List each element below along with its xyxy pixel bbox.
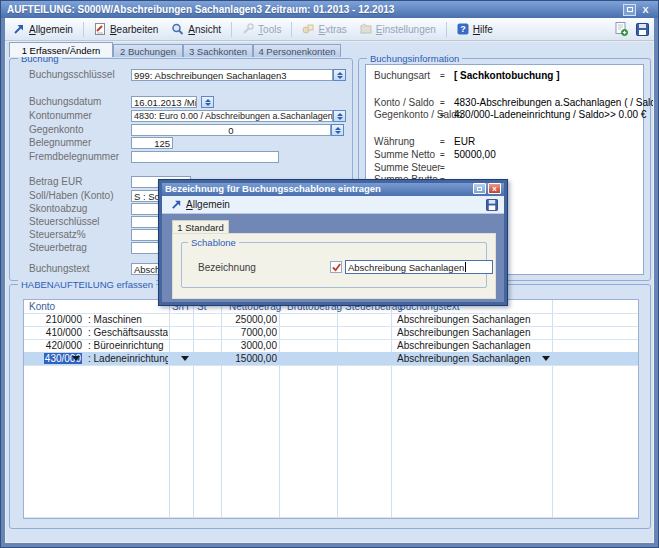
- info-row: Summe Netto=50000,00: [366, 149, 643, 161]
- settings-icon: [360, 23, 372, 35]
- menu-bearbeiten[interactable]: Bearbeiten: [91, 21, 161, 37]
- steuerbetrag-label: Steuerbetrag: [29, 242, 87, 253]
- info-value: 4830-Abschreibungen a.Sachanlagen ( / Sa…: [454, 97, 659, 108]
- info-value: EUR: [454, 136, 475, 147]
- tab-erfassen-aendern[interactable]: 1 Erfassen/Ändern: [9, 42, 113, 57]
- restore-window-button[interactable]: [623, 4, 636, 16]
- info-label: Summe Netto: [374, 149, 435, 160]
- table-row[interactable]: 210/000: Maschinen25000,00Abschreibungen…: [24, 313, 639, 326]
- steuerschluessel-label: Steuerschlüssel: [29, 216, 100, 227]
- wrench-icon: [242, 23, 254, 35]
- menu-toolbar: Allgemein Bearbeiten Ansicht Tools Extra…: [2, 18, 657, 41]
- menu-extras: Extras: [299, 21, 349, 37]
- window-title: AUFTEILUNG: S000W/Abschreibungen Sachanl…: [7, 4, 620, 15]
- fremdbelegnummer-label: Fremdbelegnummer: [29, 151, 119, 162]
- restore-icon: [627, 7, 633, 12]
- bezeichnung-cell: : Büroeinrichtung: [88, 340, 168, 351]
- menu-allgemein[interactable]: Allgemein: [10, 21, 76, 37]
- extras-icon: [302, 23, 314, 35]
- netto-cell: 3000,00: [221, 340, 277, 351]
- spin-up-icon: [335, 127, 341, 130]
- info-label: Buchungsart: [374, 70, 430, 81]
- svg-text:?: ?: [460, 24, 466, 34]
- info-row: Währung=EUR: [366, 136, 643, 148]
- gegenkonto-combo[interactable]: 0: [131, 124, 331, 136]
- dropdown-arrow-icon[interactable]: [72, 356, 80, 361]
- betrag-eur-label: Betrag EUR: [29, 176, 82, 187]
- dropdown-arrow-icon[interactable]: [181, 356, 189, 361]
- toolbar-separator: [83, 22, 84, 37]
- dialog-close-button[interactable]: x: [488, 183, 501, 194]
- dialog-save-button[interactable]: [486, 199, 498, 211]
- title-bar[interactable]: AUFTEILUNG: S000W/Abschreibungen Sachanl…: [1, 1, 658, 18]
- equals-bullet-icon: =: [440, 163, 445, 172]
- schablone-group-title: Schablone: [188, 237, 239, 248]
- grid-line: [24, 365, 638, 366]
- skontoabzug-label: Skontoabzug: [29, 203, 87, 214]
- netto-cell: 7000,00: [221, 327, 277, 338]
- bezeichnung-label: Bezeichnung: [198, 262, 256, 273]
- text-caret: [465, 262, 466, 272]
- dropdown-arrow-icon[interactable]: [542, 356, 550, 361]
- buchungstext-cell: Abschreibungen Sachanlagen: [397, 314, 547, 325]
- aufteilung-table[interactable]: KontoS/HStNettobetragBruttobetragSteuerb…: [23, 299, 639, 519]
- dialog-tab-standard[interactable]: 1 Standard: [172, 220, 229, 233]
- edit-icon: [94, 23, 106, 35]
- buchungsschluessel-combo[interactable]: 999: Abschreibungen Sachanlagen3: [131, 69, 333, 81]
- window-frame: [654, 18, 658, 547]
- tab-sachkonten[interactable]: 3 Sachkonten: [183, 44, 253, 57]
- tab-personenkonten[interactable]: 4 Personenkonten: [253, 44, 341, 57]
- tab-buchungen[interactable]: 2 Buchungen: [113, 44, 183, 57]
- equals-bullet-icon: =: [440, 98, 445, 107]
- menu-ansicht[interactable]: Ansicht: [168, 21, 224, 37]
- close-window-button[interactable]: X: [639, 4, 652, 16]
- belegnummer-input[interactable]: 125: [131, 137, 173, 149]
- bezeichnung-cell: : Maschinen: [88, 314, 168, 325]
- spin-down-icon: [337, 117, 343, 120]
- konto-cell: 420/000: [32, 340, 82, 351]
- window-frame: [1, 18, 5, 547]
- buchungsdatum-input[interactable]: 16.01.2013 /Mi: [131, 96, 197, 108]
- buchungsinformation-group-title: Buchungsinformation: [367, 53, 462, 64]
- dialog-menu-allgemein[interactable]: Allgemein: [168, 197, 233, 212]
- info-label: Gegenkonto / Saldo: [374, 109, 462, 120]
- new-document-button[interactable]: [614, 22, 628, 36]
- buchungsschluessel-spinner[interactable]: [333, 69, 346, 81]
- table-row[interactable]: 420/000: Büroeinrichtung3000,00Abschreib…: [24, 339, 639, 352]
- app-window: AUFTEILUNG: S000W/Abschreibungen Sachanl…: [0, 0, 659, 548]
- column-header[interactable]: Konto: [29, 301, 55, 312]
- edit-check-icon[interactable]: [330, 261, 342, 273]
- gegenkonto-spinner[interactable]: [331, 124, 344, 136]
- info-row: Gegenkonto / Saldo=430/000-Ladeneinricht…: [366, 109, 643, 121]
- arrow-ne-icon: [171, 199, 182, 210]
- belegnummer-label: Belegnummer: [29, 137, 91, 148]
- menu-hilfe[interactable]: ? Hilfe: [454, 21, 496, 37]
- gegenkonto-label: Gegenkonto: [29, 124, 84, 135]
- kontonummer-spinner[interactable]: [333, 110, 346, 122]
- info-row: Konto / Saldo=4830-Abschreibungen a.Sach…: [366, 97, 643, 109]
- table-row[interactable]: 430/000: Ladeneinrichtung15000,00Abschre…: [24, 352, 639, 365]
- save-button[interactable]: [636, 23, 649, 36]
- toolbar-separator: [291, 22, 292, 37]
- spin-up-icon: [205, 99, 211, 102]
- dialog-toolbar: Allgemein: [162, 196, 504, 214]
- equals-bullet-icon: =: [440, 150, 445, 159]
- kontonummer-combo[interactable]: 4830: Euro 0.00 / Abschreibungen a.Sacha…: [131, 110, 333, 122]
- bezeichnung-cell: : Ladeneinrichtung: [88, 353, 168, 364]
- bezeichnung-input[interactable]: Abschreibung Sachanlagen: [345, 260, 493, 274]
- buchungstext-cell: Abschreibungen Sachanlagen: [397, 340, 547, 351]
- dialog-restore-button[interactable]: [473, 183, 486, 194]
- restore-icon: [477, 187, 482, 191]
- dialog-title-bar[interactable]: Bezeichnung für Buchungsschablone eintra…: [160, 181, 506, 196]
- spin-down-icon: [205, 103, 211, 106]
- info-value: 50000,00: [454, 149, 496, 160]
- fremdbelegnummer-input[interactable]: [131, 151, 279, 163]
- kontonummer-label: Kontonummer: [29, 110, 92, 121]
- habenaufteilung-group-title: HABENAUFTEILUNG erfassen: [18, 279, 156, 290]
- table-row[interactable]: 410/000: Geschäftsausstat7000,00Abschrei…: [24, 326, 639, 339]
- spin-up-icon: [337, 72, 343, 75]
- equals-bullet-icon: =: [440, 71, 445, 80]
- buchungsschluessel-label: Buchungsschlüssel: [29, 69, 115, 80]
- buchungsdatum-spinner[interactable]: [201, 96, 214, 108]
- menu-einstellungen: Einstellungen: [357, 21, 439, 37]
